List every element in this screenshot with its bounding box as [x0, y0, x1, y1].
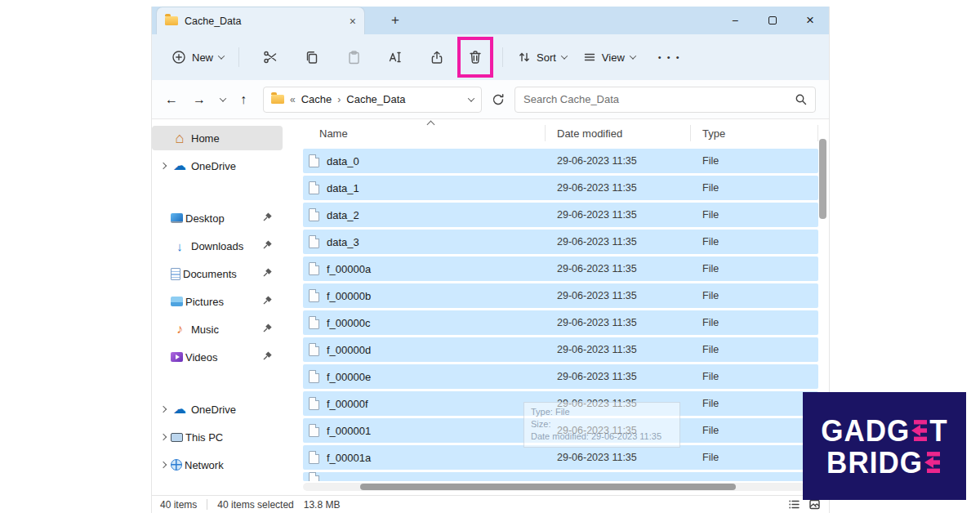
file-row[interactable]: f_00000a 29-06-2023 11:35 File: [303, 256, 818, 281]
header-date-modified[interactable]: Date modified: [546, 125, 691, 141]
item-count: 40 items: [160, 499, 197, 511]
rename-button[interactable]: [377, 42, 413, 72]
sidebar-item[interactable]: Videos: [152, 345, 283, 369]
minimize-button[interactable]: −: [716, 7, 754, 34]
file-type: File: [691, 236, 818, 248]
sidebar-item[interactable]: Desktop: [152, 206, 283, 230]
file-icon: [309, 424, 319, 437]
navigation-bar: ← → ↑ « Cache › Cache_Data: [152, 80, 829, 119]
sidebar-item[interactable]: Pictures: [152, 289, 283, 314]
expander-chevron-icon[interactable]: [156, 462, 171, 467]
folder-icon: [271, 95, 284, 104]
sidebar-item-icon: [171, 268, 180, 280]
main-area: Home OneDrive: [152, 119, 829, 495]
delete-button[interactable]: [461, 42, 489, 72]
file-row[interactable]: f_00000c 29-06-2023 11:35 File: [303, 310, 818, 335]
file-icon: [309, 235, 319, 248]
back-button[interactable]: ←: [165, 92, 178, 107]
view-button[interactable]: View: [575, 42, 644, 72]
sidebar-item[interactable]: OneDrive: [152, 154, 283, 178]
file-row[interactable]: data_2 29-06-2023 11:35 File: [303, 203, 818, 227]
sort-arrows-icon: [518, 51, 531, 64]
new-button[interactable]: New: [163, 42, 232, 72]
sidebar-item[interactable]: Home: [152, 126, 283, 150]
file-date-modified: 29-06-2023 11:35: [546, 182, 691, 194]
window-controls: − ×: [716, 7, 829, 34]
sidebar-item[interactable]: Documents: [152, 261, 283, 286]
chevron-down-icon: [630, 52, 636, 59]
horizontal-scrollbar-thumb[interactable]: [360, 484, 736, 490]
sidebar-item[interactable]: Downloads: [152, 234, 283, 258]
paste-icon: [346, 50, 361, 65]
chevron-down-icon: [218, 52, 225, 59]
file-row[interactable]: f_00000d 29-06-2023 11:35 File: [303, 337, 818, 362]
sidebar-item[interactable]: Network: [152, 453, 283, 477]
details-view-icon[interactable]: [788, 498, 800, 511]
file-type: File: [691, 344, 818, 355]
rename-icon: [388, 50, 403, 65]
expander-chevron-icon[interactable]: [156, 435, 171, 439]
expander-chevron-icon[interactable]: [156, 163, 171, 168]
sort-button[interactable]: Sort: [510, 42, 575, 72]
sidebar-item[interactable]: OneDrive: [152, 397, 283, 422]
file-icon: [309, 316, 319, 329]
tooltip-line: Date modified: 29-06-2023 11:35: [531, 430, 673, 443]
address-bar[interactable]: « Cache › Cache_Data: [263, 87, 482, 113]
vertical-scrollbar-thumb[interactable]: [819, 139, 826, 219]
refresh-button[interactable]: [492, 93, 505, 106]
file-icon: [309, 154, 319, 167]
sidebar-item[interactable]: Music: [152, 317, 283, 341]
file-info-tooltip: Type: FileSize:Date modified: 29-06-2023…: [523, 402, 680, 448]
explorer-tab[interactable]: Cache_Data ×: [156, 7, 365, 34]
breadcrumb-cache[interactable]: Cache: [301, 93, 332, 105]
expander-chevron-icon[interactable]: [156, 407, 171, 412]
share-button[interactable]: [419, 42, 455, 72]
cut-button[interactable]: [252, 42, 288, 72]
file-row-partial[interactable]: [303, 472, 818, 481]
file-row[interactable]: data_0 29-06-2023 11:35 File: [303, 149, 818, 173]
file-name: data_3: [327, 236, 359, 248]
history-chevron-icon[interactable]: [220, 95, 226, 101]
sidebar-item-icon: [171, 159, 189, 172]
file-icon: [309, 262, 319, 275]
plus-circle-icon: [172, 50, 186, 65]
copy-icon: [305, 50, 319, 65]
header-name[interactable]: Name: [303, 125, 546, 141]
thumbnail-view-icon[interactable]: [808, 498, 821, 511]
search-box[interactable]: [514, 87, 816, 113]
sidebar-item-label: Videos: [185, 351, 218, 364]
logo-line-1: GADG T: [821, 415, 947, 446]
file-name: f_000001: [327, 425, 371, 437]
file-row[interactable]: f_00001a 29-06-2023 11:35 File: [303, 445, 818, 470]
sidebar-item[interactable]: This PC: [152, 425, 283, 449]
new-tab-button[interactable]: +: [385, 10, 406, 31]
maximize-button[interactable]: [754, 7, 791, 34]
tab-close-icon[interactable]: ×: [350, 16, 356, 27]
file-date-modified: 29-06-2023 11:35: [546, 290, 691, 301]
file-type: File: [691, 290, 818, 301]
search-input[interactable]: [523, 93, 795, 105]
breadcrumb-overflow[interactable]: «: [290, 94, 296, 105]
sidebar-item-label: OneDrive: [191, 160, 236, 172]
file-row[interactable]: data_1 29-06-2023 11:35 File: [303, 176, 818, 200]
file-row[interactable]: f_00000b 29-06-2023 11:35 File: [303, 283, 818, 308]
more-options-button[interactable]: • • •: [658, 52, 681, 62]
paste-button[interactable]: [336, 42, 372, 72]
forward-button[interactable]: →: [193, 92, 206, 107]
sidebar-item-icon: [171, 131, 189, 145]
pin-icon: [262, 323, 273, 336]
breadcrumb-cache-data[interactable]: Cache_Data: [346, 93, 405, 105]
header-type[interactable]: Type: [691, 125, 818, 141]
sidebar-item-label: This PC: [185, 431, 223, 444]
file-name: data_1: [327, 182, 359, 194]
maximize-icon: [768, 16, 777, 25]
copy-button[interactable]: [294, 42, 330, 72]
file-date-modified: 29-06-2023 11:35: [546, 371, 691, 382]
address-dropdown-icon[interactable]: [468, 95, 474, 101]
file-icon: [309, 181, 319, 194]
close-button[interactable]: ×: [791, 7, 829, 34]
file-row[interactable]: data_3 29-06-2023 11:35 File: [303, 230, 818, 254]
sidebar-item-label: Music: [191, 323, 219, 336]
file-row[interactable]: f_00000e 29-06-2023 11:35 File: [303, 364, 818, 389]
up-button[interactable]: ↑: [240, 92, 247, 107]
